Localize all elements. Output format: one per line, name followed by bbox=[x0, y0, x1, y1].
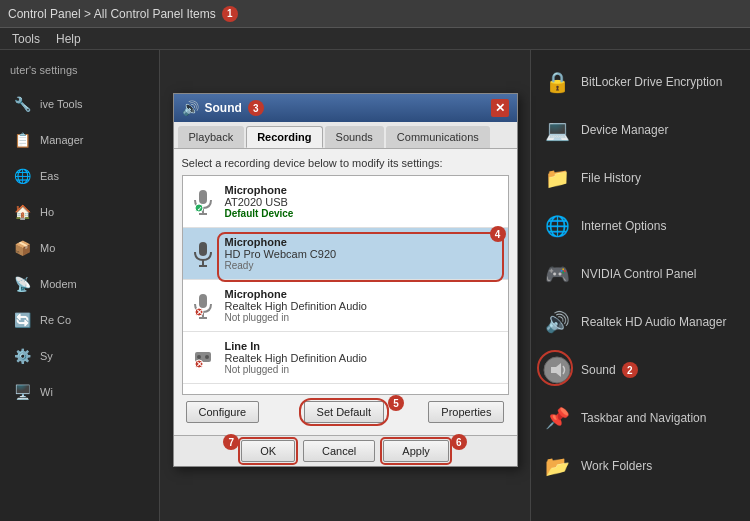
annotation-6: 6 bbox=[451, 434, 467, 450]
microphone-svg-2: ✕ bbox=[191, 292, 215, 320]
tab-recording[interactable]: Recording bbox=[246, 126, 322, 148]
device-item-2[interactable]: ✕ Microphone Realtek High Definition Aud… bbox=[183, 280, 508, 332]
dialog-title-text: Sound bbox=[205, 101, 242, 115]
right-item-taskbar[interactable]: 📌 Taskbar and Navigation bbox=[531, 394, 750, 442]
sidebar-icon-7: ⚙️ bbox=[10, 344, 34, 368]
device-status-3: Not plugged in bbox=[225, 364, 502, 375]
sidebar-item-8[interactable]: 🖥️ Wi bbox=[0, 374, 159, 410]
right-item-internet-options[interactable]: 🌐 Internet Options bbox=[531, 202, 750, 250]
ok-container: OK 7 bbox=[241, 440, 295, 462]
mic-icon-1 bbox=[189, 240, 217, 268]
annotation-1: 1 bbox=[222, 6, 238, 22]
sidebar-label-7: Sy bbox=[40, 350, 53, 362]
work-folders-icon: 📂 bbox=[541, 450, 573, 482]
right-item-work-folders[interactable]: 📂 Work Folders bbox=[531, 442, 750, 490]
right-label-file-history: File History bbox=[581, 171, 641, 185]
svg-text:✕: ✕ bbox=[195, 308, 202, 317]
right-panel: 🔒 BitLocker Drive Encryption 💻 Device Ma… bbox=[530, 50, 750, 521]
right-item-bitlocker[interactable]: 🔒 BitLocker Drive Encryption bbox=[531, 58, 750, 106]
tab-sounds[interactable]: Sounds bbox=[325, 126, 384, 148]
device-item-1[interactable]: Microphone HD Pro Webcam C920 Ready 4 bbox=[183, 228, 508, 280]
sidebar-item-5[interactable]: 📡 Modem bbox=[0, 266, 159, 302]
right-item-device-manager[interactable]: 💻 Device Manager bbox=[531, 106, 750, 154]
right-item-nvidia[interactable]: 🎮 NVIDIA Control Panel bbox=[531, 250, 750, 298]
sound-speaker-svg bbox=[543, 356, 571, 384]
sidebar-item-4[interactable]: 📦 Mo bbox=[0, 230, 159, 266]
svg-point-17 bbox=[205, 355, 209, 359]
device-manager-icon: 💻 bbox=[541, 114, 573, 146]
sidebar-label-4: Mo bbox=[40, 242, 55, 254]
svg-text:✓: ✓ bbox=[196, 206, 201, 212]
mic-icon-2: ✕ bbox=[189, 292, 217, 320]
configure-button[interactable]: Configure bbox=[186, 401, 260, 423]
svg-rect-7 bbox=[199, 242, 207, 256]
sidebar-icon-0: 🔧 bbox=[10, 92, 34, 116]
right-label-taskbar: Taskbar and Navigation bbox=[581, 411, 706, 425]
dialog-body: Select a recording device below to modif… bbox=[174, 149, 517, 435]
sidebar-item-3[interactable]: 🏠 Ho bbox=[0, 194, 159, 230]
annotation-2: 2 bbox=[622, 362, 638, 378]
sidebar-item-0[interactable]: 🔧 ive Tools bbox=[0, 86, 159, 122]
dialog-titlebar: 🔊 Sound 3 ✕ bbox=[174, 94, 517, 122]
device-status-1: Ready bbox=[225, 260, 502, 271]
device-name-1: Microphone bbox=[225, 236, 502, 248]
microphone-svg-0: ✓ bbox=[191, 188, 215, 216]
nvidia-icon: 🎮 bbox=[541, 258, 573, 290]
device-model-2: Realtek High Definition Audio bbox=[225, 300, 502, 312]
menu-bar: Tools Help bbox=[0, 28, 750, 50]
left-panel-title: uter's settings bbox=[0, 60, 159, 86]
right-label-realtek: Realtek HD Audio Manager bbox=[581, 315, 726, 329]
device-item-3[interactable]: ✕ Line In Realtek High Definition Audio … bbox=[183, 332, 508, 384]
right-item-sound[interactable]: Sound 2 bbox=[531, 346, 750, 394]
sidebar-item-7[interactable]: ⚙️ Sy bbox=[0, 338, 159, 374]
realtek-icon: 🔊 bbox=[541, 306, 573, 338]
ok-button[interactable]: OK bbox=[241, 440, 295, 462]
tab-communications[interactable]: Communications bbox=[386, 126, 490, 148]
svg-text:✕: ✕ bbox=[195, 360, 202, 369]
menu-help[interactable]: Help bbox=[48, 32, 89, 46]
sidebar-icon-8: 🖥️ bbox=[10, 380, 34, 404]
annotation-5: 5 bbox=[388, 395, 404, 411]
device-list[interactable]: ✓ Microphone AT2020 USB Default Device bbox=[182, 175, 509, 395]
set-default-button[interactable]: Set Default bbox=[304, 401, 384, 423]
right-label-sound: Sound bbox=[581, 363, 616, 377]
dialog-tabs: Playback Recording Sounds Communications bbox=[174, 122, 517, 149]
sidebar-icon-1: 📋 bbox=[10, 128, 34, 152]
sidebar-item-6[interactable]: 🔄 Re Co bbox=[0, 302, 159, 338]
sidebar-item-1[interactable]: 📋 Manager bbox=[0, 122, 159, 158]
file-history-icon: 📁 bbox=[541, 162, 573, 194]
device-name-2: Microphone bbox=[225, 288, 502, 300]
dialog-close-button[interactable]: ✕ bbox=[491, 99, 509, 117]
sidebar-icon-5: 📡 bbox=[10, 272, 34, 296]
device-info-2: Microphone Realtek High Definition Audio… bbox=[225, 288, 502, 323]
device-info-1: Microphone HD Pro Webcam C920 Ready bbox=[225, 236, 502, 271]
annotation-4: 4 bbox=[490, 226, 506, 242]
dialog-title-left: 🔊 Sound 3 bbox=[182, 100, 264, 116]
device-item-0[interactable]: ✓ Microphone AT2020 USB Default Device bbox=[183, 176, 508, 228]
dialog-button-row: Configure Set Default 5 Properties bbox=[182, 395, 509, 427]
annotation-7: 7 bbox=[223, 434, 239, 450]
device-name-3: Line In bbox=[225, 340, 502, 352]
sidebar-icon-2: 🌐 bbox=[10, 164, 34, 188]
linein-svg: ✕ bbox=[191, 344, 215, 372]
sidebar-label-3: Ho bbox=[40, 206, 54, 218]
breadcrumb: Control Panel > All Control Panel Items bbox=[8, 7, 216, 21]
device-name-0: Microphone bbox=[225, 184, 502, 196]
device-model-0: AT2020 USB bbox=[225, 196, 502, 208]
tab-playback[interactable]: Playback bbox=[178, 126, 245, 148]
svg-rect-10 bbox=[199, 294, 207, 308]
menu-tools[interactable]: Tools bbox=[4, 32, 48, 46]
sidebar-item-2[interactable]: 🌐 Eas bbox=[0, 158, 159, 194]
device-info-0: Microphone AT2020 USB Default Device bbox=[225, 184, 502, 219]
right-item-realtek[interactable]: 🔊 Realtek HD Audio Manager bbox=[531, 298, 750, 346]
device-info-3: Line In Realtek High Definition Audio No… bbox=[225, 340, 502, 375]
set-default-container: Set Default 5 bbox=[304, 401, 384, 423]
apply-container: Apply 6 bbox=[383, 440, 449, 462]
svg-point-16 bbox=[197, 355, 201, 359]
annotation-3: 3 bbox=[248, 100, 264, 116]
left-panel: uter's settings 🔧 ive Tools 📋 Manager 🌐 … bbox=[0, 50, 160, 521]
properties-button[interactable]: Properties bbox=[428, 401, 504, 423]
right-item-file-history[interactable]: 📁 File History bbox=[531, 154, 750, 202]
apply-button[interactable]: Apply bbox=[383, 440, 449, 462]
cancel-button[interactable]: Cancel bbox=[303, 440, 375, 462]
